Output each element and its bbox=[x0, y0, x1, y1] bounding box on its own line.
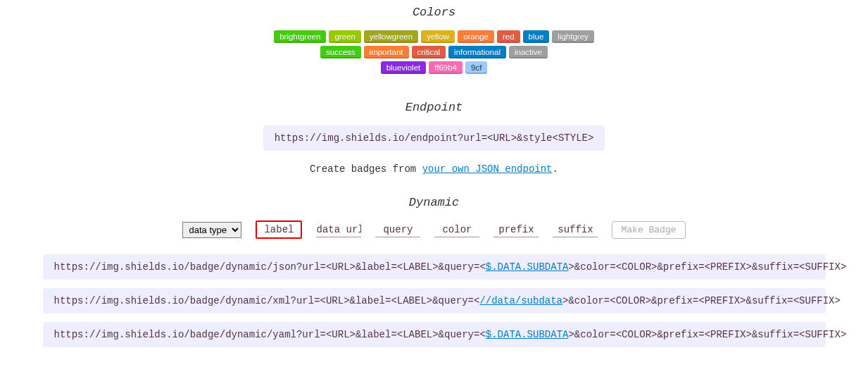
badge-9cf: 9cf bbox=[465, 61, 487, 74]
endpoint-url-template: https://img.shields.io/endpoint?url=<URL… bbox=[263, 125, 605, 151]
endpoint-helper-pre: Create badges from bbox=[310, 163, 422, 175]
dynamic-heading: Dynamic bbox=[409, 196, 459, 209]
endpoint-heading: Endpoint bbox=[405, 101, 463, 114]
colors-row-2: success important critical informational… bbox=[320, 46, 548, 58]
dynamic-json-pre: https://img.shields.io/badge/dynamic/jso… bbox=[54, 261, 486, 273]
badge-critical: critical bbox=[412, 46, 446, 58]
data-url-input[interactable] bbox=[316, 223, 361, 237]
endpoint-helper-text: Create badges from your own JSON endpoin… bbox=[310, 163, 558, 175]
dynamic-json-post: >&color=<COLOR>&prefix=<PREFIX>&suffix=<… bbox=[568, 261, 846, 273]
badge-informational: informational bbox=[448, 46, 506, 58]
dynamic-json-link[interactable]: $.DATA.SUBDATA bbox=[486, 261, 569, 273]
prefix-input[interactable] bbox=[493, 223, 539, 237]
suffix-input[interactable] bbox=[553, 223, 598, 237]
dynamic-yaml-pre: https://img.shields.io/badge/dynamic/yam… bbox=[54, 329, 486, 340]
badge-orange: orange bbox=[458, 30, 494, 43]
data-type-select[interactable]: data type bbox=[182, 222, 241, 238]
color-input[interactable] bbox=[434, 223, 479, 237]
make-badge-button[interactable]: Make Badge bbox=[612, 221, 685, 239]
colors-row-3: blueviolet ff69b4 9cf bbox=[381, 61, 488, 74]
badge-success: success bbox=[320, 46, 361, 58]
dynamic-yaml-link[interactable]: $.DATA.SUBDATA bbox=[486, 329, 569, 340]
query-input[interactable] bbox=[375, 223, 420, 237]
dynamic-xml-post: >&color=<COLOR>&prefix=<PREFIX>&suffix=<… bbox=[562, 295, 841, 306]
endpoint-helper-link[interactable]: your own JSON endpoint bbox=[422, 163, 553, 175]
label-input[interactable] bbox=[256, 220, 302, 239]
badge-yellow: yellow bbox=[421, 30, 455, 43]
badge-lightgrey: lightgrey bbox=[552, 30, 593, 43]
colors-heading: Colors bbox=[413, 6, 455, 19]
dynamic-yaml-post: >&color=<COLOR>&prefix=<PREFIX>&suffix=<… bbox=[568, 329, 846, 340]
badge-yellowgreen: yellowgreen bbox=[364, 30, 418, 43]
badge-green: green bbox=[329, 30, 360, 43]
badge-inactive: inactive bbox=[509, 46, 548, 58]
dynamic-xml-pre: https://img.shields.io/badge/dynamic/xml… bbox=[54, 295, 480, 306]
colors-row-1: brightgreen green yellowgreen yellow ora… bbox=[274, 30, 594, 43]
dynamic-xml-link[interactable]: //data/subdata bbox=[479, 295, 562, 306]
dynamic-json-template: https://img.shields.io/badge/dynamic/jso… bbox=[43, 254, 826, 280]
dynamic-xml-template: https://img.shields.io/badge/dynamic/xml… bbox=[43, 288, 826, 313]
badge-brightgreen: brightgreen bbox=[274, 30, 326, 43]
badge-red: red bbox=[497, 30, 520, 43]
badge-blueviolet: blueviolet bbox=[381, 61, 427, 74]
badge-blue: blue bbox=[523, 30, 550, 43]
badge-important: important bbox=[364, 46, 409, 58]
dynamic-yaml-template: https://img.shields.io/badge/dynamic/yam… bbox=[43, 322, 826, 347]
endpoint-helper-post: . bbox=[553, 163, 558, 175]
badge-ff69b4: ff69b4 bbox=[429, 61, 463, 74]
dynamic-controls: data type Make Badge bbox=[182, 220, 685, 239]
